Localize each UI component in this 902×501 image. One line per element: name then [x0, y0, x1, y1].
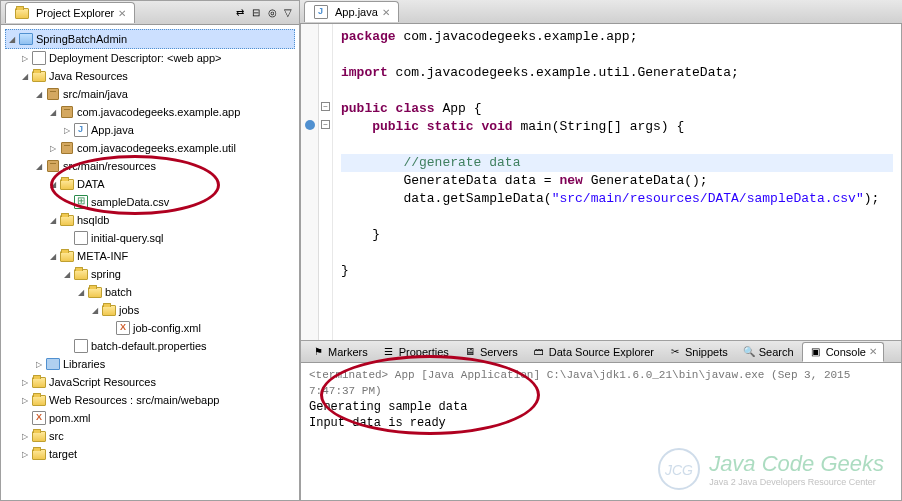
servers-icon: 🖥 — [463, 345, 477, 359]
expand-toggle-icon[interactable]: ◢ — [75, 286, 87, 298]
tree-deployment-descriptor[interactable]: ▷Deployment Descriptor: <web app> — [5, 49, 295, 67]
expand-toggle-icon[interactable]: ◢ — [6, 33, 18, 45]
collapse-all-icon[interactable]: ⇄ — [233, 6, 247, 20]
tree-src-main-resources[interactable]: ◢src/main/resources — [5, 157, 295, 175]
tree-web-resources[interactable]: ▷Web Resources : src/main/webapp — [5, 391, 295, 409]
expand-toggle-icon[interactable]: ▷ — [19, 430, 31, 442]
expand-toggle-icon[interactable]: ◢ — [89, 304, 101, 316]
tab-snippets[interactable]: ✂Snippets — [662, 343, 734, 361]
folder-icon — [73, 266, 89, 282]
breakpoint-marker-icon[interactable] — [305, 120, 315, 130]
expand-toggle-icon[interactable]: ◢ — [47, 178, 59, 190]
source-folder-icon — [45, 86, 61, 102]
js-resources-icon — [31, 374, 47, 390]
tree-project-root[interactable]: ◢SpringBatchAdmin — [5, 29, 295, 49]
code-content[interactable]: package com.javacodegeeks.example.app; i… — [333, 24, 901, 340]
search-icon: 🔍 — [742, 345, 756, 359]
tab-search[interactable]: 🔍Search — [736, 343, 800, 361]
folder-icon — [31, 428, 47, 444]
tree-file-batch-default[interactable]: batch-default.properties — [5, 337, 295, 355]
expand-toggle-icon[interactable]: ◢ — [61, 268, 73, 280]
tree-folder-target[interactable]: ▷target — [5, 445, 295, 463]
explorer-tab-label: Project Explorer — [36, 7, 114, 19]
console-line: Input data is ready — [309, 415, 893, 431]
properties-icon: ☰ — [382, 345, 396, 359]
source-folder-icon — [45, 158, 61, 174]
folder-icon — [87, 284, 103, 300]
close-icon[interactable]: ✕ — [869, 346, 877, 357]
expand-toggle-icon[interactable]: ◢ — [47, 214, 59, 226]
folder-icon — [31, 446, 47, 462]
expand-toggle-icon[interactable]: ▷ — [19, 376, 31, 388]
view-menu-icon[interactable]: ▽ — [281, 6, 295, 20]
expand-toggle-icon[interactable]: ◢ — [47, 106, 59, 118]
tree-file-sampledata[interactable]: sampleData.csv — [5, 193, 295, 211]
link-editor-icon[interactable]: ⊟ — [249, 6, 263, 20]
sql-file-icon — [73, 230, 89, 246]
expand-toggle-icon[interactable]: ◢ — [19, 70, 31, 82]
expand-toggle-icon[interactable]: ▷ — [19, 448, 31, 460]
java-file-icon — [73, 122, 89, 138]
tree-folder-spring[interactable]: ◢spring — [5, 265, 295, 283]
tree-package-app[interactable]: ◢com.javacodegeeks.example.app — [5, 103, 295, 121]
folder-icon — [59, 176, 75, 192]
tree-src-main-java[interactable]: ◢src/main/java — [5, 85, 295, 103]
navigator-icon — [14, 5, 30, 21]
tree-package-util[interactable]: ▷com.javacodegeeks.example.util — [5, 139, 295, 157]
tree-folder-batch[interactable]: ◢batch — [5, 283, 295, 301]
package-icon — [59, 140, 75, 156]
tab-console[interactable]: ▣Console ✕ — [802, 342, 884, 362]
close-icon[interactable]: ✕ — [382, 7, 390, 18]
tree-file-initial-query[interactable]: initial-query.sql — [5, 229, 295, 247]
descriptor-icon — [31, 50, 47, 66]
tree-file-jobconfig[interactable]: job-config.xml — [5, 319, 295, 337]
editor-tab-app-java[interactable]: App.java ✕ — [304, 1, 399, 22]
expand-toggle-icon[interactable]: ▷ — [47, 142, 59, 154]
web-resources-icon — [31, 392, 47, 408]
package-icon — [59, 104, 75, 120]
explorer-tab-bar: Project Explorer ✕ ⇄ ⊟ ◎ ▽ — [1, 1, 299, 25]
tab-properties[interactable]: ☰Properties — [376, 343, 455, 361]
fold-toggle-icon[interactable]: − — [321, 102, 330, 111]
tree-folder-data[interactable]: ◢DATA — [5, 175, 295, 193]
folder-icon — [101, 302, 117, 318]
expand-toggle-icon[interactable]: ◢ — [33, 160, 45, 172]
fold-toggle-icon[interactable]: − — [321, 120, 330, 129]
expand-toggle-icon[interactable]: ▷ — [33, 358, 45, 370]
tree-folder-jobs[interactable]: ◢jobs — [5, 301, 295, 319]
properties-file-icon — [73, 338, 89, 354]
csv-file-icon — [73, 194, 89, 210]
expand-toggle-icon[interactable]: ◢ — [33, 88, 45, 100]
tab-markers[interactable]: ⚑Markers — [305, 343, 374, 361]
expand-toggle-icon[interactable]: ▷ — [61, 124, 73, 136]
project-tree: ◢SpringBatchAdmin ▷Deployment Descriptor… — [1, 25, 299, 500]
tree-java-resources[interactable]: ◢Java Resources — [5, 67, 295, 85]
project-explorer-panel: Project Explorer ✕ ⇄ ⊟ ◎ ▽ ◢SpringBatchA… — [0, 0, 300, 501]
tree-folder-metainf[interactable]: ◢META-INF — [5, 247, 295, 265]
tree-folder-src[interactable]: ▷src — [5, 427, 295, 445]
bottom-tab-bar: ⚑Markers ☰Properties 🖥Servers 🗃Data Sour… — [301, 341, 901, 363]
pom-file-icon — [31, 410, 47, 426]
fold-column: − − — [319, 24, 333, 340]
tree-folder-hsqldb[interactable]: ◢hsqldb — [5, 211, 295, 229]
tab-data-source-explorer[interactable]: 🗃Data Source Explorer — [526, 343, 660, 361]
expand-toggle-icon[interactable]: ▷ — [19, 394, 31, 406]
tab-servers[interactable]: 🖥Servers — [457, 343, 524, 361]
editor-tab-bar: App.java ✕ — [300, 0, 902, 24]
tree-file-pom[interactable]: pom.xml — [5, 409, 295, 427]
tree-js-resources[interactable]: ▷JavaScript Resources — [5, 373, 295, 391]
tree-file-app-java[interactable]: ▷App.java — [5, 121, 295, 139]
snippets-icon: ✂ — [668, 345, 682, 359]
close-icon[interactable]: ✕ — [118, 8, 126, 19]
tree-libraries[interactable]: ▷Libraries — [5, 355, 295, 373]
library-icon — [45, 356, 61, 372]
console-output[interactable]: <terminated> App [Java Application] C:\J… — [301, 363, 901, 500]
code-editor[interactable]: − − package com.javacodegeeks.example.ap… — [300, 24, 902, 341]
expand-toggle-icon[interactable]: ▷ — [19, 52, 31, 64]
expand-toggle-icon[interactable]: ◢ — [47, 250, 59, 262]
editor-gutter — [301, 24, 319, 340]
console-icon: ▣ — [809, 345, 823, 359]
project-icon — [18, 31, 34, 47]
focus-icon[interactable]: ◎ — [265, 6, 279, 20]
project-explorer-tab[interactable]: Project Explorer ✕ — [5, 2, 135, 23]
